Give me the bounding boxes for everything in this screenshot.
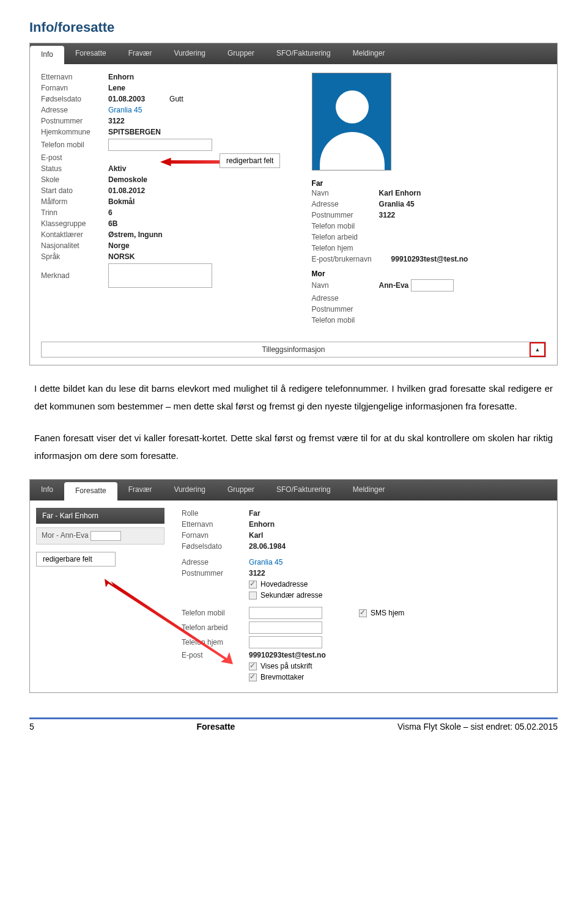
callout-redigerbart: redigerbart felt — [220, 153, 280, 168]
sidebar-far[interactable]: Far - Karl Enhorn — [36, 508, 164, 524]
tab-grupper[interactable]: Grupper — [216, 43, 265, 64]
lbl-klasse: Klassegruppe — [41, 219, 108, 228]
tab2-info[interactable]: Info — [30, 480, 64, 501]
lbl2-rolle: Rolle — [182, 509, 249, 518]
checkbox-hoved[interactable] — [249, 581, 257, 588]
lbl-etternavn: Etternavn — [41, 73, 108, 81]
val2-epost: 99910293test@test.no — [249, 651, 326, 659]
tab2-sfo[interactable]: SFO/Fakturering — [265, 480, 342, 501]
lbl-epost: E-post — [41, 153, 108, 162]
sidebar-mor[interactable]: Mor - Ann-Eva — [36, 527, 164, 544]
input-tlf[interactable] — [108, 139, 212, 151]
lbl-postnr: Postnummer — [41, 117, 108, 125]
section-heading: Info/foresatte — [29, 20, 558, 35]
lbl2-fdato: Fødselsdato — [182, 542, 249, 551]
lbl-skole: Skole — [41, 175, 108, 184]
tab-vurdering[interactable]: Vurdering — [163, 43, 216, 64]
lbl-malform: Målform — [41, 197, 108, 206]
lbl-mor-tlfmob: Telefon mobil — [312, 316, 379, 324]
lbl-far-navn: Navn — [312, 189, 379, 197]
footer-page: 5 — [29, 722, 34, 732]
lbl-kontakt: Kontaktlærer — [41, 230, 108, 239]
input-merk[interactable] — [108, 263, 212, 288]
lbl-sms: SMS hjem — [371, 609, 404, 617]
tab-foresatte[interactable]: Foresatte — [64, 43, 117, 64]
lbl-mor-adr: Adresse — [312, 294, 379, 302]
val-mor-navn: Ann-Eva — [379, 281, 409, 290]
tab2-grupper[interactable]: Grupper — [216, 480, 265, 501]
lbl-far-tlfmob: Telefon mobil — [312, 222, 379, 230]
checkbox-brev[interactable] — [249, 673, 257, 681]
tab2-foresatte[interactable]: Foresatte — [64, 482, 117, 501]
tab-info[interactable]: Info — [30, 46, 64, 64]
val-fornavn: Lene — [108, 84, 125, 92]
screenshot-info: Info Foresatte Fravær Vurdering Grupper … — [29, 43, 558, 365]
val-far-adr: Granlia 45 — [379, 200, 415, 208]
lbl-adresse: Adresse — [41, 106, 108, 114]
tilleggsinfo-bar[interactable]: Tilleggsinformasjon ▲ — [41, 342, 546, 358]
val-adresse[interactable]: Granlia 45 — [108, 106, 142, 114]
checkbox-sms[interactable] — [359, 609, 367, 617]
val-status: Aktiv — [108, 164, 126, 173]
mor-title: Mor — [312, 270, 546, 278]
tab-meldinger[interactable]: Meldinger — [342, 43, 396, 64]
val2-fdato: 28.06.1984 — [249, 542, 286, 551]
callout-redigerbare: redigerbare felt — [36, 552, 116, 566]
val-fdato: 01.08.2003 — [108, 95, 145, 103]
lbl-trinn: Trinn — [41, 208, 108, 217]
lbl2-post: Postnummer — [182, 569, 249, 578]
input-mor-side[interactable] — [90, 531, 121, 541]
val2-fornavn: Karl — [249, 531, 263, 540]
lbl-hjemkom: Hjemkommune — [41, 128, 108, 136]
val-klasse: 6B — [108, 219, 117, 228]
lbl-merk: Merknad — [41, 271, 108, 280]
lbl2-etternavn: Etternavn — [182, 520, 249, 529]
paragraph-2: Fanen foresatt viser det vi kaller fores… — [34, 430, 553, 464]
tab2-vurdering[interactable]: Vurdering — [163, 480, 216, 501]
far-title: Far — [312, 179, 546, 188]
val-nasj: Norge — [108, 241, 130, 250]
expand-icon[interactable]: ▲ — [530, 342, 545, 357]
tab2-fravaer[interactable]: Fravær — [117, 480, 163, 501]
tab-strip-2: Info Foresatte Fravær Vurdering Grupper … — [30, 480, 557, 501]
arrow-icon-2 — [105, 579, 233, 664]
tab-fravaer[interactable]: Fravær — [117, 43, 163, 64]
tilleggsinfo-label: Tilleggsinformasjon — [262, 345, 325, 354]
lbl-vises: Vises på utskrift — [260, 662, 312, 670]
lbl-fornavn: Fornavn — [41, 84, 108, 92]
input-tlfarb[interactable] — [249, 622, 322, 634]
checkbox-sek[interactable] — [249, 592, 257, 600]
checkbox-vises[interactable] — [249, 662, 257, 670]
sidebar-mor-label: Mor - Ann-Eva — [42, 531, 89, 540]
val-skole: Demoskole — [108, 175, 147, 184]
tab-sfo[interactable]: SFO/Fakturering — [265, 43, 342, 64]
val-start: 01.08.2012 — [108, 186, 145, 195]
lbl-far-adr: Adresse — [312, 200, 379, 208]
lbl-mor-post: Postnummer — [312, 305, 379, 314]
input-tlfmob[interactable] — [249, 607, 322, 619]
paragraph-1: I dette bildet kan du lese dit barns ele… — [34, 380, 553, 415]
input-mor-navn[interactable] — [411, 279, 454, 292]
lbl-status: Status — [41, 164, 108, 173]
tab2-meldinger[interactable]: Meldinger — [342, 480, 396, 501]
lbl-tlf: Telefon mobil — [41, 141, 108, 149]
lbl-far-tlfarb: Telefon arbeid — [312, 233, 379, 241]
input-tlfhj[interactable] — [249, 636, 322, 648]
val2-adr[interactable]: Granlia 45 — [249, 558, 282, 566]
val-sprak: NORSK — [108, 252, 135, 261]
lbl-brev: Brevmottaker — [260, 673, 304, 681]
lbl-far-post: Postnummer — [312, 211, 379, 219]
lbl-far-tlfhj: Telefon hjem — [312, 244, 379, 252]
val-kontakt: Østrem, Ingunn — [108, 230, 163, 239]
footer-center: Foresatte — [196, 722, 235, 732]
lbl-sprak: Språk — [41, 252, 108, 261]
val-far-navn: Karl Enhorn — [379, 189, 421, 197]
screenshot-foresatte: Info Foresatte Fravær Vurdering Grupper … — [29, 479, 558, 693]
val2-rolle: Far — [249, 509, 260, 518]
page-footer: 5 Foresatte Visma Flyt Skole – sist endr… — [29, 717, 558, 732]
footer-right: Visma Flyt Skole – sist endret: 05.02.20… — [397, 722, 558, 732]
val2-etternavn: Enhorn — [249, 520, 275, 529]
lbl-start: Start dato — [41, 186, 108, 195]
val-trinn: 6 — [108, 208, 113, 217]
val-postnr: 3122 — [108, 117, 125, 125]
